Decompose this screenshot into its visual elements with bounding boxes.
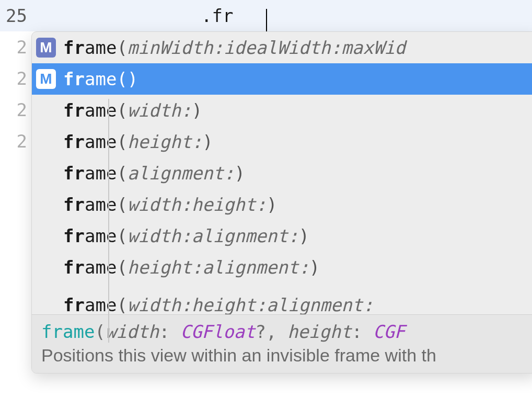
caret-icon bbox=[266, 9, 267, 33]
line-number: 2 bbox=[0, 31, 27, 63]
line-number: 2 bbox=[0, 126, 27, 157]
suggestion-item[interactable]: frame(alignment:) bbox=[32, 157, 532, 189]
line-number-gutter: 25 2 2 2 2 bbox=[0, 0, 31, 157]
suggestion-signature: frame(width:height:) bbox=[63, 194, 277, 215]
suggestion-signature: frame(height:alignment:) bbox=[63, 257, 320, 278]
line-number: 2 bbox=[0, 63, 27, 94]
suggestion-signature: frame() bbox=[63, 69, 138, 89]
suggestion-signature: frame(minWidth:idealWidth:maxWid bbox=[63, 37, 406, 58]
autocomplete-popup: Mframe(minWidth:idealWidth:maxWidMframe(… bbox=[31, 31, 532, 373]
suggestion-item[interactable]: frame(width:alignment:) bbox=[32, 220, 532, 252]
suggestion-signature: frame(width:) bbox=[63, 100, 202, 121]
doc-description: Positions this view within an invisible … bbox=[41, 345, 528, 366]
suggestion-item[interactable]: frame(height:alignment:) bbox=[32, 252, 532, 283]
suggestion-signature: frame(width:height:alignment: bbox=[63, 283, 374, 314]
code-area: .fr bbox=[0, 0, 532, 31]
suggestion-item[interactable]: frame(height:) bbox=[32, 126, 532, 157]
typed-text: .fr bbox=[31, 5, 233, 26]
suggestion-item[interactable]: Mframe() bbox=[32, 63, 532, 95]
suggestion-item[interactable]: Mframe(minWidth:idealWidth:maxWid bbox=[32, 32, 532, 63]
code-line[interactable]: .fr bbox=[0, 0, 532, 31]
suggestion-list: Mframe(minWidth:idealWidth:maxWidMframe(… bbox=[32, 32, 532, 314]
tree-connector bbox=[108, 99, 109, 343]
documentation-panel: frame(width: CGFloat?, height: CGF Posit… bbox=[32, 314, 532, 373]
method-icon: M bbox=[36, 69, 56, 89]
line-number: 2 bbox=[0, 94, 27, 126]
suggestion-signature: frame(width:alignment:) bbox=[63, 225, 309, 246]
suggestion-item[interactable]: frame(width:height:) bbox=[32, 189, 532, 220]
doc-signature: frame(width: CGFloat?, height: CGF bbox=[41, 321, 528, 342]
suggestion-signature: frame(alignment:) bbox=[63, 163, 245, 184]
method-icon: M bbox=[36, 38, 56, 58]
line-number: 25 bbox=[0, 0, 27, 31]
suggestion-item[interactable]: frame(width:) bbox=[32, 95, 532, 126]
code-editor: .fr 25 2 2 2 2 Mframe(minWidth:idealWidt… bbox=[0, 0, 532, 408]
suggestion-item[interactable]: frame(width:height:alignment: bbox=[32, 283, 532, 314]
suggestion-signature: frame(height:) bbox=[63, 131, 213, 152]
